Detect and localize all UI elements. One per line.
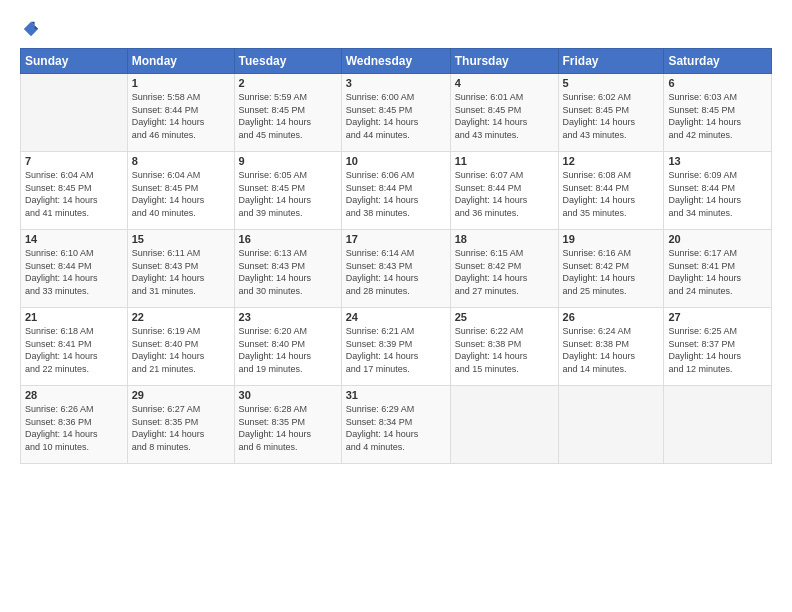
weekday-header-saturday: Saturday [664, 49, 772, 74]
week-row-2: 7Sunrise: 6:04 AM Sunset: 8:45 PM Daylig… [21, 152, 772, 230]
day-number: 10 [346, 155, 446, 167]
day-info: Sunrise: 6:09 AM Sunset: 8:44 PM Dayligh… [668, 169, 767, 219]
day-info: Sunrise: 6:06 AM Sunset: 8:44 PM Dayligh… [346, 169, 446, 219]
day-info: Sunrise: 6:01 AM Sunset: 8:45 PM Dayligh… [455, 91, 554, 141]
day-number: 12 [563, 155, 660, 167]
calendar-cell: 19Sunrise: 6:16 AM Sunset: 8:42 PM Dayli… [558, 230, 664, 308]
day-number: 24 [346, 311, 446, 323]
day-info: Sunrise: 6:14 AM Sunset: 8:43 PM Dayligh… [346, 247, 446, 297]
day-number: 23 [239, 311, 337, 323]
day-number: 30 [239, 389, 337, 401]
calendar-cell: 8Sunrise: 6:04 AM Sunset: 8:45 PM Daylig… [127, 152, 234, 230]
calendar-cell: 30Sunrise: 6:28 AM Sunset: 8:35 PM Dayli… [234, 386, 341, 464]
header [20, 20, 772, 38]
calendar-cell: 5Sunrise: 6:02 AM Sunset: 8:45 PM Daylig… [558, 74, 664, 152]
day-info: Sunrise: 6:03 AM Sunset: 8:45 PM Dayligh… [668, 91, 767, 141]
calendar-cell: 26Sunrise: 6:24 AM Sunset: 8:38 PM Dayli… [558, 308, 664, 386]
day-number: 18 [455, 233, 554, 245]
weekday-header-thursday: Thursday [450, 49, 558, 74]
calendar-cell: 2Sunrise: 5:59 AM Sunset: 8:45 PM Daylig… [234, 74, 341, 152]
weekday-header-friday: Friday [558, 49, 664, 74]
calendar-cell: 15Sunrise: 6:11 AM Sunset: 8:43 PM Dayli… [127, 230, 234, 308]
day-info: Sunrise: 6:28 AM Sunset: 8:35 PM Dayligh… [239, 403, 337, 453]
calendar-cell: 20Sunrise: 6:17 AM Sunset: 8:41 PM Dayli… [664, 230, 772, 308]
day-number: 11 [455, 155, 554, 167]
week-row-3: 14Sunrise: 6:10 AM Sunset: 8:44 PM Dayli… [21, 230, 772, 308]
calendar-cell: 28Sunrise: 6:26 AM Sunset: 8:36 PM Dayli… [21, 386, 128, 464]
calendar-cell: 6Sunrise: 6:03 AM Sunset: 8:45 PM Daylig… [664, 74, 772, 152]
day-info: Sunrise: 6:26 AM Sunset: 8:36 PM Dayligh… [25, 403, 123, 453]
day-number: 20 [668, 233, 767, 245]
day-number: 8 [132, 155, 230, 167]
day-number: 5 [563, 77, 660, 89]
day-info: Sunrise: 6:08 AM Sunset: 8:44 PM Dayligh… [563, 169, 660, 219]
calendar-cell: 11Sunrise: 6:07 AM Sunset: 8:44 PM Dayli… [450, 152, 558, 230]
day-number: 15 [132, 233, 230, 245]
weekday-header-wednesday: Wednesday [341, 49, 450, 74]
day-info: Sunrise: 6:18 AM Sunset: 8:41 PM Dayligh… [25, 325, 123, 375]
weekday-header-sunday: Sunday [21, 49, 128, 74]
day-info: Sunrise: 5:58 AM Sunset: 8:44 PM Dayligh… [132, 91, 230, 141]
day-number: 22 [132, 311, 230, 323]
day-number: 27 [668, 311, 767, 323]
day-number: 28 [25, 389, 123, 401]
logo-icon [22, 20, 40, 38]
calendar-cell [664, 386, 772, 464]
day-info: Sunrise: 6:13 AM Sunset: 8:43 PM Dayligh… [239, 247, 337, 297]
day-info: Sunrise: 6:17 AM Sunset: 8:41 PM Dayligh… [668, 247, 767, 297]
day-number: 2 [239, 77, 337, 89]
day-info: Sunrise: 6:22 AM Sunset: 8:38 PM Dayligh… [455, 325, 554, 375]
day-info: Sunrise: 5:59 AM Sunset: 8:45 PM Dayligh… [239, 91, 337, 141]
day-number: 31 [346, 389, 446, 401]
day-info: Sunrise: 6:25 AM Sunset: 8:37 PM Dayligh… [668, 325, 767, 375]
day-info: Sunrise: 6:19 AM Sunset: 8:40 PM Dayligh… [132, 325, 230, 375]
day-number: 4 [455, 77, 554, 89]
day-info: Sunrise: 6:00 AM Sunset: 8:45 PM Dayligh… [346, 91, 446, 141]
day-number: 25 [455, 311, 554, 323]
calendar-cell: 7Sunrise: 6:04 AM Sunset: 8:45 PM Daylig… [21, 152, 128, 230]
calendar-cell [21, 74, 128, 152]
calendar-cell: 4Sunrise: 6:01 AM Sunset: 8:45 PM Daylig… [450, 74, 558, 152]
calendar-cell [558, 386, 664, 464]
week-row-5: 28Sunrise: 6:26 AM Sunset: 8:36 PM Dayli… [21, 386, 772, 464]
week-row-4: 21Sunrise: 6:18 AM Sunset: 8:41 PM Dayli… [21, 308, 772, 386]
day-number: 6 [668, 77, 767, 89]
day-number: 16 [239, 233, 337, 245]
calendar-cell: 12Sunrise: 6:08 AM Sunset: 8:44 PM Dayli… [558, 152, 664, 230]
day-number: 29 [132, 389, 230, 401]
day-info: Sunrise: 6:20 AM Sunset: 8:40 PM Dayligh… [239, 325, 337, 375]
day-info: Sunrise: 6:07 AM Sunset: 8:44 PM Dayligh… [455, 169, 554, 219]
calendar-cell: 31Sunrise: 6:29 AM Sunset: 8:34 PM Dayli… [341, 386, 450, 464]
day-info: Sunrise: 6:04 AM Sunset: 8:45 PM Dayligh… [25, 169, 123, 219]
calendar-cell: 24Sunrise: 6:21 AM Sunset: 8:39 PM Dayli… [341, 308, 450, 386]
calendar-cell: 22Sunrise: 6:19 AM Sunset: 8:40 PM Dayli… [127, 308, 234, 386]
page: SundayMondayTuesdayWednesdayThursdayFrid… [0, 0, 792, 612]
day-info: Sunrise: 6:15 AM Sunset: 8:42 PM Dayligh… [455, 247, 554, 297]
day-info: Sunrise: 6:27 AM Sunset: 8:35 PM Dayligh… [132, 403, 230, 453]
day-number: 19 [563, 233, 660, 245]
day-number: 7 [25, 155, 123, 167]
calendar-cell: 23Sunrise: 6:20 AM Sunset: 8:40 PM Dayli… [234, 308, 341, 386]
calendar-cell: 25Sunrise: 6:22 AM Sunset: 8:38 PM Dayli… [450, 308, 558, 386]
calendar-cell: 21Sunrise: 6:18 AM Sunset: 8:41 PM Dayli… [21, 308, 128, 386]
weekday-header-row: SundayMondayTuesdayWednesdayThursdayFrid… [21, 49, 772, 74]
day-number: 1 [132, 77, 230, 89]
day-number: 14 [25, 233, 123, 245]
calendar-cell [450, 386, 558, 464]
day-info: Sunrise: 6:11 AM Sunset: 8:43 PM Dayligh… [132, 247, 230, 297]
day-info: Sunrise: 6:24 AM Sunset: 8:38 PM Dayligh… [563, 325, 660, 375]
day-info: Sunrise: 6:16 AM Sunset: 8:42 PM Dayligh… [563, 247, 660, 297]
calendar-cell: 27Sunrise: 6:25 AM Sunset: 8:37 PM Dayli… [664, 308, 772, 386]
weekday-header-monday: Monday [127, 49, 234, 74]
calendar-cell: 9Sunrise: 6:05 AM Sunset: 8:45 PM Daylig… [234, 152, 341, 230]
calendar-cell: 13Sunrise: 6:09 AM Sunset: 8:44 PM Dayli… [664, 152, 772, 230]
day-number: 26 [563, 311, 660, 323]
day-info: Sunrise: 6:21 AM Sunset: 8:39 PM Dayligh… [346, 325, 446, 375]
calendar-cell: 16Sunrise: 6:13 AM Sunset: 8:43 PM Dayli… [234, 230, 341, 308]
day-number: 21 [25, 311, 123, 323]
day-info: Sunrise: 6:05 AM Sunset: 8:45 PM Dayligh… [239, 169, 337, 219]
calendar-cell: 17Sunrise: 6:14 AM Sunset: 8:43 PM Dayli… [341, 230, 450, 308]
day-info: Sunrise: 6:02 AM Sunset: 8:45 PM Dayligh… [563, 91, 660, 141]
calendar-cell: 3Sunrise: 6:00 AM Sunset: 8:45 PM Daylig… [341, 74, 450, 152]
day-number: 9 [239, 155, 337, 167]
